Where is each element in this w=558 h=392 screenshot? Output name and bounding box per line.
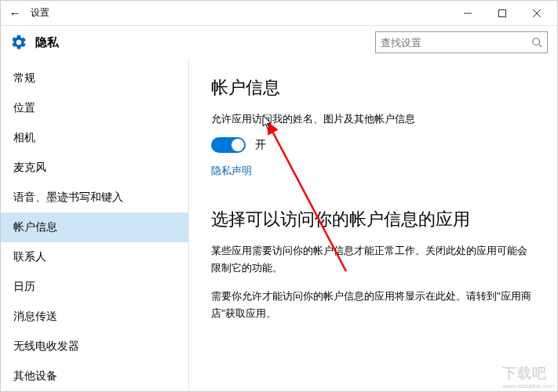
svg-line-5 (539, 45, 542, 48)
sidebar-item-account-info[interactable]: 帐户信息 (1, 212, 188, 242)
privacy-statement-link[interactable]: 隐私声明 (211, 164, 252, 178)
titlebar: ← 设置 (1, 1, 557, 26)
apps-section-heading: 选择可以访问你的帐户信息的应用 (211, 208, 535, 231)
sidebar-item-messaging[interactable]: 消息传送 (1, 302, 188, 332)
sidebar-item-contacts[interactable]: 联系人 (1, 242, 188, 272)
svg-point-4 (533, 38, 540, 45)
sidebar-item-other-devices[interactable]: 其他设备 (1, 361, 188, 391)
page-title: 隐私 (35, 35, 59, 50)
sidebar-item-location[interactable]: 位置 (1, 93, 188, 123)
sidebar-item-microphone[interactable]: 麦克风 (1, 153, 188, 183)
sidebar-item-speech[interactable]: 语音、墨迹书写和键入 (1, 183, 188, 212)
toggle-state-label: 开 (255, 138, 266, 152)
minimize-button[interactable] (450, 2, 485, 25)
close-button[interactable] (520, 2, 554, 25)
sidebar-item-radios[interactable]: 无线电收发器 (1, 332, 188, 361)
search-input[interactable] (381, 37, 531, 49)
maximize-button[interactable] (485, 2, 520, 25)
section-heading: 帐户信息 (211, 76, 535, 100)
content-pane: 帐户信息 允许应用访问我的姓名、图片及其他帐户信息 开 隐私声明 选择可以访问你… (189, 59, 557, 391)
apps-description-2: 需要你允许才能访问你的帐户信息的应用将显示在此处。请转到"应用商店"获取应用。 (211, 288, 535, 322)
page-header: 隐私 (1, 26, 557, 59)
sidebar-item-calendar[interactable]: 日历 (1, 272, 188, 302)
search-box[interactable] (375, 31, 548, 53)
toggle-description: 允许应用访问我的姓名、图片及其他帐户信息 (211, 112, 535, 126)
settings-gear-icon (10, 34, 27, 51)
search-icon (531, 37, 542, 48)
sidebar-item-general[interactable]: 常规 (1, 64, 188, 93)
sidebar-item-camera[interactable]: 相机 (1, 123, 188, 153)
sidebar: 常规 位置 相机 麦克风 语音、墨迹书写和键入 帐户信息 联系人 日历 消息传送… (1, 59, 189, 391)
apps-description-1: 某些应用需要访问你的帐户信息才能正常工作。关闭此处的应用可能会限制它的功能。 (211, 242, 535, 277)
access-toggle[interactable] (211, 137, 246, 153)
window-title: 设置 (31, 6, 49, 20)
toggle-row: 开 (211, 137, 535, 153)
svg-rect-1 (499, 9, 506, 16)
back-button[interactable]: ← (4, 6, 26, 20)
